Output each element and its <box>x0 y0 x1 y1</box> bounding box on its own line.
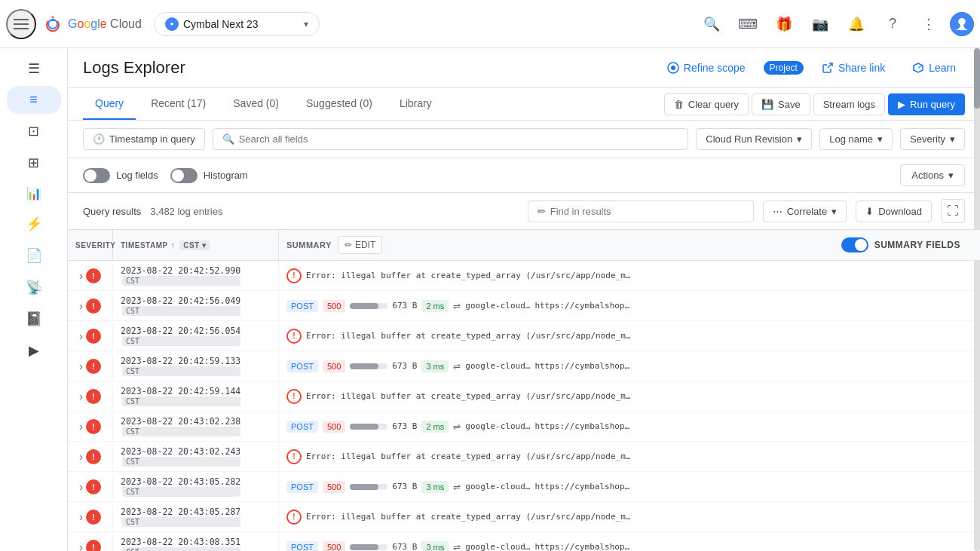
refine-scope-button[interactable]: Refine scope <box>658 57 755 78</box>
tab-query[interactable]: Query <box>83 88 136 120</box>
table-row[interactable]: › ! 2023-08-22 20:42:56.049 CST POST 500… <box>68 291 980 321</box>
hamburger-menu[interactable] <box>6 9 36 39</box>
gift-button[interactable]: 🎁 <box>769 9 799 39</box>
sidebar-notes-icon: 📄 <box>26 247 42 264</box>
histogram-toggle[interactable] <box>170 168 198 183</box>
correlate-button[interactable]: ⋯ Correlate ▾ <box>763 201 847 222</box>
size-text: 673 B <box>392 482 417 491</box>
sidebar-item-notebook[interactable]: 📓 <box>7 305 61 333</box>
expand-row-arrow[interactable]: › <box>79 390 83 403</box>
tz-badge[interactable]: CST <box>122 276 240 286</box>
search-button[interactable]: 🔍 <box>697 9 727 39</box>
host-text: google-cloud… <box>465 482 530 491</box>
table-row[interactable]: › ! 2023-08-22 20:43:05.287 CST ! Error:… <box>68 502 980 532</box>
expand-row-arrow[interactable]: › <box>79 541 83 552</box>
log-name-filter[interactable]: Log name ▾ <box>819 128 893 150</box>
google-cloud-logo[interactable]: Google Cloud <box>42 14 142 35</box>
share-link-button[interactable]: Share link <box>813 57 894 78</box>
expand-row-arrow[interactable]: › <box>79 511 83 523</box>
table-row[interactable]: › ! 2023-08-22 20:43:05.282 CST POST 500… <box>68 472 980 502</box>
notifications-button[interactable]: 🔔 <box>841 9 871 39</box>
sidebar-item-dashboard[interactable]: ⊞ <box>7 148 61 177</box>
search-input[interactable] <box>239 133 679 145</box>
tz-header-badge[interactable]: CST ▾ <box>179 240 210 250</box>
project-selector[interactable]: Cymbal Next 23 ▾ <box>154 12 320 36</box>
tz-badge[interactable]: CST <box>122 487 240 497</box>
timestamp-text: 2023-08-22 20:42:56.054 CST <box>121 326 240 346</box>
expand-button[interactable]: ⛶ <box>941 199 965 223</box>
equalizer-icon: ⇌ <box>453 542 461 552</box>
timestamp-filter[interactable]: 🕐 Timestamp in query <box>83 128 205 150</box>
tz-badge[interactable]: CST <box>122 547 240 551</box>
status-badge: 500 <box>323 481 345 493</box>
table-row[interactable]: › ! 2023-08-22 20:42:59.144 CST ! Error:… <box>68 381 980 412</box>
clock-icon: 🕐 <box>93 133 105 145</box>
expand-row-arrow[interactable]: › <box>79 360 83 372</box>
run-query-button[interactable]: ▶ Run query <box>888 93 965 115</box>
expand-row-arrow[interactable]: › <box>79 421 83 433</box>
log-entries-count: 3,482 log entries <box>150 206 222 217</box>
sidebar-item-notes[interactable]: 📄 <box>7 241 61 270</box>
table-row[interactable]: › ! 2023-08-22 20:43:02.238 CST POST 500… <box>68 412 980 442</box>
scrollbar-track[interactable] <box>974 48 980 551</box>
screenshot-button[interactable]: 📷 <box>805 9 835 39</box>
tz-badge[interactable]: CST <box>122 427 240 436</box>
sidebar-item-menu[interactable]: ☰ <box>7 54 61 83</box>
expand-row-arrow[interactable]: › <box>79 270 83 282</box>
top-nav: Google Cloud Cymbal Next 23 ▾ 🔍 ⌨ 🎁 📷 🔔 … <box>0 0 980 48</box>
tz-badge[interactable]: CST <box>122 306 240 316</box>
more-options-button[interactable]: ⋮ <box>914 9 944 39</box>
expand-row-arrow[interactable]: › <box>79 451 83 463</box>
tab-library[interactable]: Library <box>387 88 444 120</box>
tab-saved[interactable]: Saved (0) <box>221 88 291 120</box>
table-row[interactable]: › ! 2023-08-22 20:42:59.133 CST POST 500… <box>68 351 980 381</box>
logo-text: Google Cloud <box>68 17 142 31</box>
avatar[interactable] <box>950 12 974 36</box>
tz-badge[interactable]: CST <box>122 366 240 376</box>
tz-badge[interactable]: CST <box>122 457 240 467</box>
clear-query-button[interactable]: 🗑 Clear query <box>664 93 749 115</box>
scrollbar-thumb[interactable] <box>974 48 980 109</box>
severity-error-icon: ! <box>86 389 101 404</box>
status-badge: 500 <box>323 300 345 312</box>
terminal-button[interactable]: ⌨ <box>733 9 763 39</box>
sidebar-item-metrics[interactable]: 📊 <box>7 180 61 207</box>
sidebar-item-logs[interactable]: ≡ <box>7 86 61 114</box>
results-bar: Query results 3,482 log entries ✏ ⋯ Corr… <box>68 193 980 230</box>
summary-error-cell: ! Error: illegal buffer at create_typed_… <box>286 329 630 344</box>
stream-logs-button[interactable]: Stream logs <box>813 93 885 115</box>
tab-suggested[interactable]: Suggested (0) <box>294 88 384 120</box>
sidebar-item-alerts[interactable]: ⚡ <box>7 210 61 238</box>
expand-row-arrow[interactable]: › <box>79 330 83 342</box>
tab-recent[interactable]: Recent (17) <box>139 88 218 120</box>
tz-badge[interactable]: CST <box>122 517 240 527</box>
tz-badge[interactable]: CST <box>122 336 240 346</box>
table-row[interactable]: › ! 2023-08-22 20:43:08.351 CST POST 500… <box>68 532 980 551</box>
search-box[interactable]: 🔍 <box>213 128 689 150</box>
log-fields-toggle[interactable] <box>83 168 110 183</box>
status-badge: 500 <box>323 360 345 372</box>
summary-fields-toggle-switch[interactable] <box>841 237 868 253</box>
sidebar-item-satellite[interactable]: 📡 <box>7 273 61 302</box>
tz-badge[interactable]: CST <box>122 396 240 406</box>
table-row[interactable]: › ! 2023-08-22 20:42:56.054 CST ! Error:… <box>68 321 980 351</box>
download-button[interactable]: ⬇ Download <box>856 201 932 222</box>
timestamp-text: 2023-08-22 20:43:02.238 CST <box>121 416 240 436</box>
expand-row-arrow[interactable]: › <box>79 481 83 493</box>
expand-row-arrow[interactable]: › <box>79 300 83 312</box>
cloud-run-filter[interactable]: Cloud Run Revision ▾ <box>696 128 812 150</box>
severity-filter[interactable]: Severity ▾ <box>900 128 965 150</box>
help-button[interactable]: ? <box>877 9 908 39</box>
sidebar-item-search[interactable]: ⊡ <box>7 117 61 145</box>
find-input[interactable] <box>550 206 744 217</box>
edit-summary-button[interactable]: ✏ EDIT <box>338 236 382 254</box>
actions-button[interactable]: Actions ▾ <box>900 164 965 186</box>
find-in-results-box[interactable]: ✏ <box>528 201 754 222</box>
table-row[interactable]: › ! 2023-08-22 20:42:52.990 CST ! Error:… <box>68 261 980 291</box>
table-row[interactable]: › ! 2023-08-22 20:43:02.243 CST ! Error:… <box>68 442 980 472</box>
error-circle-icon: ! <box>286 449 302 464</box>
query-results-label: Query results <box>83 206 141 217</box>
sidebar-item-stream[interactable]: ▶ <box>7 336 61 365</box>
learn-button[interactable]: Learn <box>903 57 965 78</box>
save-button[interactable]: 💾 Save <box>752 93 810 115</box>
